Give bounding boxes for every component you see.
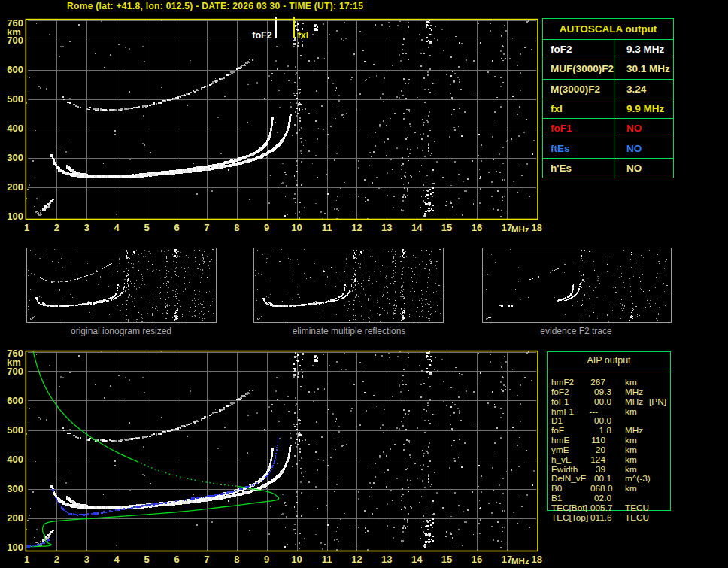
fof2-marker-line [275, 17, 278, 38]
thumbnail-border [483, 248, 672, 323]
aip-row-unit: km [625, 455, 649, 465]
plot-border [26, 351, 538, 551]
aip-row-hmf1: hmF1---km [551, 407, 724, 417]
autoscala-row-fxi: fxI9.9 MHz [543, 99, 674, 118]
autoscala-row-value: NO [614, 138, 674, 158]
thumbnail-border [27, 248, 217, 323]
svg-text:200: 200 [7, 181, 23, 193]
svg-text:12: 12 [351, 554, 362, 565]
plot-canvas [26, 17, 536, 220]
svg-text:3: 3 [84, 222, 89, 233]
aip-row-value: 267 [584, 378, 605, 387]
aip-row-tecbot: TEC[Bot]005.7TECU [551, 503, 724, 513]
autoscala-row-value: 9.3 MHz [614, 40, 674, 59]
aip-row-hmf2: hmF2267km [551, 378, 724, 387]
aip-row-label: foF1 [551, 397, 590, 407]
aip-row-hme: hmE110km [551, 436, 724, 445]
aip-table-title: AIP output [547, 355, 671, 366]
autoscala-row-value: NO [614, 158, 674, 178]
e-region-echoes [42, 199, 54, 211]
aip-row-unit: km [625, 484, 649, 494]
thumbnail-canvas [27, 249, 215, 322]
autoscala-window: Rome (lat: +41.8, lon: 012.5) - DATE: 20… [0, 0, 728, 568]
svg-text:13: 13 [381, 222, 392, 233]
svg-text:15: 15 [441, 554, 452, 565]
svg-text:600: 600 [7, 64, 23, 75]
autoscala-row-fof1: foF1NO [543, 119, 674, 138]
aip-row-value: 011.6 [590, 513, 611, 523]
svg-text:100: 100 [7, 211, 23, 222]
aip-row-label: foF2 [551, 387, 590, 397]
aip-row-label: TEC[Bot] [551, 503, 590, 513]
electron-density-profile-curve [27, 351, 279, 547]
svg-text:11: 11 [322, 222, 332, 233]
fxi-marker-line [293, 17, 296, 38]
aip-row-value: --- [577, 407, 598, 417]
aip-row-unit: TECU [625, 513, 649, 523]
svg-text:3: 3 [84, 554, 89, 565]
svg-text:10: 10 [291, 222, 302, 233]
plot-canvas [26, 351, 536, 551]
svg-text:5: 5 [144, 554, 149, 565]
autoscala-row-muf3000f2: MUF(3000)F230.1 MHz [543, 59, 674, 79]
aip-row-label: TEC[Top] [551, 513, 590, 523]
autoscala-output-table: AUTOSCALA output foF29.3 MHzMUF(3000)F23… [542, 18, 674, 178]
thumbnail-caption-eliminate: eliminate multiple reflections [293, 326, 406, 336]
aip-row-value: 39 [584, 465, 605, 475]
svg-text:500: 500 [7, 424, 23, 436]
aip-row-unit: TECU [625, 503, 649, 513]
autoscala-row-label: fxI [543, 99, 614, 118]
second-hop-traces [62, 390, 253, 442]
aip-row-unit: MHz [625, 387, 649, 397]
noise-dots [26, 20, 535, 220]
fof2-marker-label: foF2 [252, 30, 271, 41]
svg-text:500: 500 [7, 93, 23, 105]
thumbnail-canvas [253, 249, 442, 322]
aip-row-unit: km [625, 378, 649, 387]
aip-row-b0: B0068.0km [551, 484, 724, 494]
thumbnail-original-ionogram [26, 248, 217, 323]
thumbnail-caption-evidence: evidence F2 trace [540, 326, 611, 336]
svg-text:400: 400 [7, 454, 23, 465]
autoscala-row-m3000f2: M(3000)F23.24 [543, 79, 674, 99]
aip-row-unit: MHz [625, 397, 649, 407]
svg-text:300: 300 [7, 483, 23, 494]
noise-dots [26, 351, 535, 551]
x-axis-unit-label: MHz [511, 225, 529, 233]
aip-row-hve: h_vE124km [551, 455, 724, 465]
svg-text:7: 7 [204, 554, 209, 565]
svg-text:16: 16 [472, 222, 482, 233]
svg-text:7: 7 [204, 222, 209, 233]
grid-lines [28, 352, 536, 551]
svg-text:1: 1 [24, 554, 29, 565]
autoscala-row-value: NO [614, 119, 674, 138]
aip-row-note: [PN] [649, 397, 666, 407]
thumbnail-caption-original: original ionogram resized [71, 326, 171, 336]
svg-text:12: 12 [351, 222, 362, 233]
svg-text:6: 6 [174, 222, 179, 233]
autoscala-row-fof2: foF29.3 MHz [543, 40, 674, 59]
autoscala-row-label: M(3000)F2 [543, 79, 614, 99]
aip-table-rows: hmF2267kmfoF209.3MHzfoF100.0MHz[PN]hmF1-… [551, 378, 724, 523]
page-title: Rome (lat: +41.8, lon: 012.5) - DATE: 20… [67, 1, 363, 11]
svg-text:5: 5 [144, 222, 149, 233]
svg-text:400: 400 [7, 123, 23, 134]
autoscala-row-value: 9.9 MHz [614, 99, 674, 118]
x-axis-unit-label: MHz [511, 557, 529, 566]
autoscala-row-value: 30.1 MHz [614, 59, 674, 79]
second-hop-traces [62, 59, 253, 111]
svg-text:10: 10 [291, 554, 302, 565]
svg-text:2: 2 [54, 554, 59, 565]
aip-row-delnve: DelN_vE00.1m^(-3) [551, 474, 724, 484]
svg-text:6: 6 [174, 554, 179, 565]
svg-text:200: 200 [7, 512, 23, 524]
autoscala-row-label: MUF(3000)F2 [543, 59, 614, 79]
svg-text:9: 9 [264, 554, 269, 565]
autoscala-row-hes: h'EsNO [543, 158, 674, 178]
svg-text:4: 4 [114, 222, 120, 233]
svg-text:8: 8 [234, 554, 239, 565]
aip-row-tectop: TEC[Top]011.6TECU [551, 513, 724, 523]
svg-text:4: 4 [114, 554, 120, 565]
svg-text:9: 9 [264, 222, 269, 233]
svg-text:17: 17 [502, 554, 512, 565]
